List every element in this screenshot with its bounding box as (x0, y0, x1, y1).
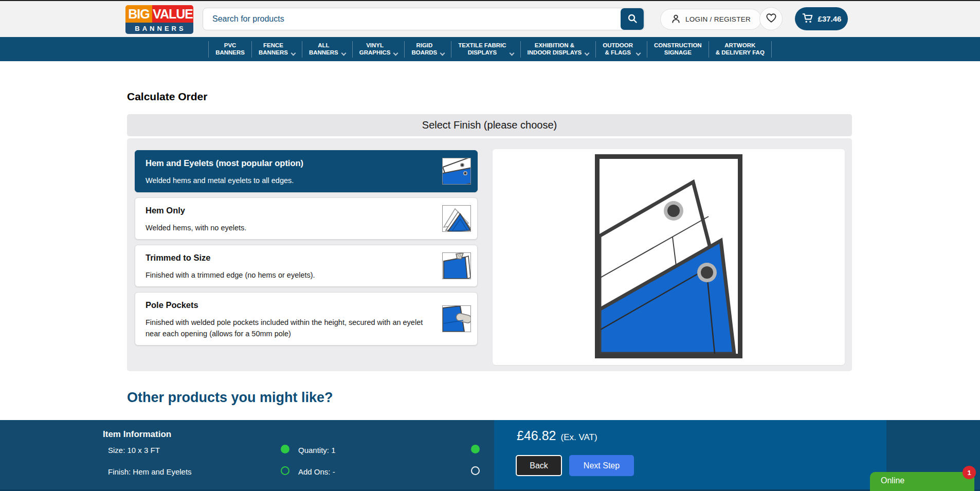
addons-value: Add Ons: - (298, 467, 335, 476)
logo-word-big: BIG (125, 5, 152, 23)
nav-item-fence-banners[interactable]: FENCEBANNERS (251, 41, 302, 58)
quantity-status-dot (471, 445, 480, 453)
cart-icon (802, 13, 814, 25)
login-register-label: LOGIN / REGISTER (685, 15, 751, 23)
option-trimmed-to-size[interactable]: Trimmed to Size Finished with a trimmed … (135, 245, 478, 287)
chevron-down-icon (636, 50, 641, 56)
nav-item-textile-fabric-displays[interactable]: TEXTILE FABRICDISPLAYS (451, 41, 520, 58)
cart-total: £37.46 (818, 14, 842, 23)
back-button[interactable]: Back (516, 455, 562, 476)
summary-left-panel (0, 420, 494, 491)
nav-item-all-banners[interactable]: ALLBANNERS (302, 41, 352, 58)
user-icon (671, 14, 681, 25)
finish-status-dot (281, 466, 289, 475)
search-bar (203, 8, 645, 30)
finish-selection-section: Select Finish (please choose) Hem and Ey… (127, 114, 852, 371)
chat-status-label: Online (881, 476, 904, 485)
nav-item-outdoor-flags[interactable]: OUTDOOR& FLAGS (595, 41, 647, 58)
chevron-down-icon (585, 50, 590, 56)
option-hem-and-eyelets[interactable]: Hem and Eyelets (most popular option) We… (135, 150, 478, 192)
price-row: £46.82 (Ex. VAT) (517, 428, 597, 443)
search-button[interactable] (621, 8, 644, 30)
wishlist-button[interactable] (759, 7, 783, 30)
site-logo[interactable]: BIG VALUE BANNERS (125, 5, 193, 34)
order-summary-bar: Item Information Size: 10 x 3 FT Quantit… (0, 420, 980, 491)
size-value: Size: 10 x 3 FT (108, 446, 160, 454)
chevron-down-icon (393, 50, 398, 56)
chat-notification-badge: 1 (963, 466, 976, 479)
price-vat-note: (Ex. VAT) (560, 432, 597, 443)
finish-preview-card (493, 149, 845, 365)
next-step-button[interactable]: Next Step (569, 455, 634, 476)
chevron-down-icon (440, 50, 445, 56)
trimmed-to-size-thumbnail (442, 252, 471, 279)
nav-item-rigid-boards[interactable]: RIGIDBOARDS (404, 41, 451, 58)
search-input[interactable] (203, 8, 621, 30)
main-navigation: PVCBANNERS FENCEBANNERS ALLBANNERS VINYL… (0, 37, 980, 61)
price-value: £46.82 (517, 428, 556, 443)
addons-status-dot (471, 466, 480, 475)
site-header: BIG VALUE BANNERS LOGIN / REGISTER £37.4… (0, 1, 980, 37)
suggestions-title: Other products you might like? (127, 390, 333, 406)
hem-only-thumbnail (442, 205, 471, 232)
chevron-down-icon (291, 50, 296, 56)
cart-button[interactable]: £37.46 (795, 7, 848, 30)
heart-icon (766, 13, 777, 25)
nav-item-construction-signage[interactable]: CONSTRUCTIONSIGNAGE (647, 41, 709, 58)
finish-value: Finish: Hem and Eyelets (108, 467, 192, 476)
chevron-down-icon (341, 50, 346, 56)
option-hem-only[interactable]: Hem Only Welded hems, with no eyelets. (135, 197, 478, 240)
login-register-button[interactable]: LOGIN / REGISTER (660, 9, 761, 30)
section-title: Select Finish (please choose) (422, 119, 557, 131)
search-icon (627, 13, 638, 25)
logo-word-value: VALUE (152, 5, 193, 23)
finish-options-list: Hem and Eyelets (most popular option) We… (135, 150, 478, 345)
nav-item-pvc-banners[interactable]: PVCBANNERS (208, 41, 251, 58)
chevron-down-icon (509, 50, 514, 56)
item-information-title: Item Information (103, 429, 171, 440)
section-header: Select Finish (please choose) (127, 114, 852, 136)
step-buttons: Back Next Step (516, 455, 634, 476)
nav-item-vinyl-graphics[interactable]: VINYLGRAPHICS (352, 41, 405, 58)
hem-and-eyelets-thumbnail (442, 158, 471, 185)
nav-item-artwork-delivery-faq[interactable]: ARTWORK& DELIVERY FAQ (709, 41, 772, 58)
live-chat-widget[interactable]: Online 1 (870, 472, 974, 491)
finish-preview-image (595, 154, 742, 358)
nav-item-exhibition-indoor-displays[interactable]: EXHIBITION &INDOOR DISPLAYS (520, 41, 596, 58)
option-pole-pockets[interactable]: Pole Pockets Finished with welded pole p… (135, 292, 478, 345)
size-status-dot (281, 445, 289, 453)
page-title: Calculate Order (127, 90, 207, 103)
quantity-value: Quantity: 1 (298, 446, 336, 454)
logo-word-banners: BANNERS (125, 23, 193, 34)
section-body: Hem and Eyelets (most popular option) We… (127, 138, 852, 371)
pole-pockets-thumbnail (442, 305, 471, 332)
